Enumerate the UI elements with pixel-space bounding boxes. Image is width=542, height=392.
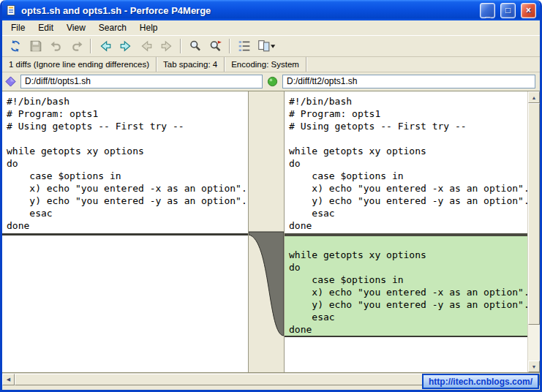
toolbar-separator — [90, 39, 91, 53]
code-line: #!/bin/bash — [285, 95, 527, 108]
right-file-header: D:/diff/tt2/opts1.sh — [267, 75, 535, 88]
code-line — [285, 236, 527, 249]
code-line: y) echo "you entered -y as an option". — [285, 298, 527, 311]
diff-count-label: 1 diffs (Ignore line ending differences) — [2, 57, 157, 72]
toolbar-separator — [229, 39, 230, 53]
diff-gutter — [249, 91, 284, 372]
refresh-diff-icon[interactable] — [5, 37, 25, 56]
code-line: done — [285, 323, 527, 336]
code-line: do — [285, 261, 527, 274]
code-line: while getopts xy options — [285, 145, 527, 157]
scroll-up-icon[interactable]: ▲ — [528, 91, 540, 103]
vertical-scroll-track[interactable] — [528, 103, 540, 361]
right-file-path[interactable]: D:/diff/tt2/opts1.sh — [282, 75, 535, 88]
menu-bar: File Edit View Search Help — [2, 20, 540, 35]
menu-item-file[interactable]: File — [4, 21, 31, 34]
undo-icon[interactable] — [46, 37, 66, 56]
tab-spacing-label: Tab spacing: 4 — [157, 57, 225, 72]
code-line: #!/bin/bash — [2, 95, 248, 108]
line-numbers-icon[interactable] — [234, 37, 254, 56]
code-line: y) echo "you entered -y as an option". — [285, 195, 527, 207]
menu-item-view[interactable]: View — [60, 21, 92, 34]
code-line: x) echo "you entered -x as an option". — [285, 182, 527, 195]
code-line: x) echo "you entered -x as an option". — [2, 182, 248, 195]
find-next-icon[interactable] — [206, 37, 225, 56]
toolbar-separator — [180, 39, 181, 53]
status-strip: 1 diffs (Ignore line ending differences)… — [2, 57, 540, 72]
watermark-link[interactable]: http://itech.cnblogs.com/ — [422, 374, 539, 389]
left-file-path[interactable]: D:/diff/tt/opts1.sh — [20, 75, 263, 88]
scroll-left-icon[interactable]: ◀ — [2, 374, 15, 385]
code-line: case $options in — [2, 170, 248, 182]
added-diff-block[interactable]: while getopts xy options do case $option… — [285, 236, 527, 337]
code-line: done — [285, 219, 527, 232]
code-line: esac — [285, 207, 527, 219]
encoding-label: Encoding: System — [225, 57, 306, 72]
close-button[interactable]: × — [521, 3, 536, 18]
code-line: # Using getopts -- First try -- — [2, 120, 248, 132]
app-icon[interactable] — [6, 4, 18, 16]
scroll-down-icon[interactable]: ▼ — [528, 361, 540, 372]
file-headers: D:/diff/tt/opts1.sh D:/diff/tt2/opts1.sh — [2, 72, 540, 91]
code-line: # Program: opts1 — [285, 108, 527, 120]
vertical-scrollbar[interactable]: ▲ ▼ — [527, 91, 540, 372]
code-line: y) echo "you entered -y as an option". — [2, 195, 248, 207]
left-code-pane[interactable]: #!/bin/bash # Program: opts1 # Using get… — [2, 91, 249, 372]
maximize-button[interactable]: □ — [500, 3, 516, 18]
code-line: esac — [2, 207, 248, 219]
next-conflict-icon[interactable] — [157, 37, 176, 56]
next-diff-icon[interactable] — [116, 37, 135, 56]
code-line: do — [2, 157, 248, 170]
window-title: opts1.sh and opts1.sh - Perforce P4Merge — [21, 5, 475, 16]
prev-conflict-icon[interactable] — [136, 37, 156, 56]
vertical-scroll-thumb[interactable] — [528, 103, 540, 325]
menu-item-edit[interactable]: Edit — [31, 21, 60, 34]
right-code-pane[interactable]: #!/bin/bash # Program: opts1 # Using get… — [284, 91, 527, 372]
left-file-header: D:/diff/tt/opts1.sh — [5, 75, 263, 88]
code-line — [285, 132, 527, 145]
menu-item-search[interactable]: Search — [92, 21, 133, 34]
code-line: do — [285, 157, 527, 170]
code-line: while getopts xy options — [2, 145, 248, 157]
code-line: while getopts xy options — [285, 249, 527, 261]
diff-connector — [249, 91, 284, 369]
right-file-marker-circle-icon — [267, 76, 278, 87]
save-icon[interactable] — [26, 37, 45, 56]
redo-icon[interactable] — [67, 37, 86, 56]
diff-layout-dropdown-icon[interactable] — [255, 37, 279, 56]
toolbar — [2, 35, 540, 57]
menu-item-help[interactable]: Help — [133, 21, 165, 34]
code-line — [2, 132, 248, 145]
diff-marker-line — [2, 233, 248, 235]
code-line: esac — [285, 311, 527, 323]
titlebar: opts1.sh and opts1.sh - Perforce P4Merge… — [2, 0, 540, 20]
code-line: # Program: opts1 — [2, 108, 248, 120]
code-line: done — [2, 219, 248, 232]
code-line: x) echo "you entered -x as an option". — [285, 286, 527, 298]
code-line: case $options in — [285, 170, 527, 182]
p4merge-window: opts1.sh and opts1.sh - Perforce P4Merge… — [0, 0, 542, 392]
code-line: # Using getopts -- First try -- — [285, 120, 527, 132]
find-icon[interactable] — [185, 37, 205, 56]
left-file-marker-diamond-icon — [5, 76, 16, 87]
diff-area: #!/bin/bash # Program: opts1 # Using get… — [2, 91, 540, 373]
minimize-button[interactable]: _ — [480, 3, 495, 18]
prev-diff-icon[interactable] — [95, 37, 115, 56]
code-line: case $options in — [285, 274, 527, 286]
